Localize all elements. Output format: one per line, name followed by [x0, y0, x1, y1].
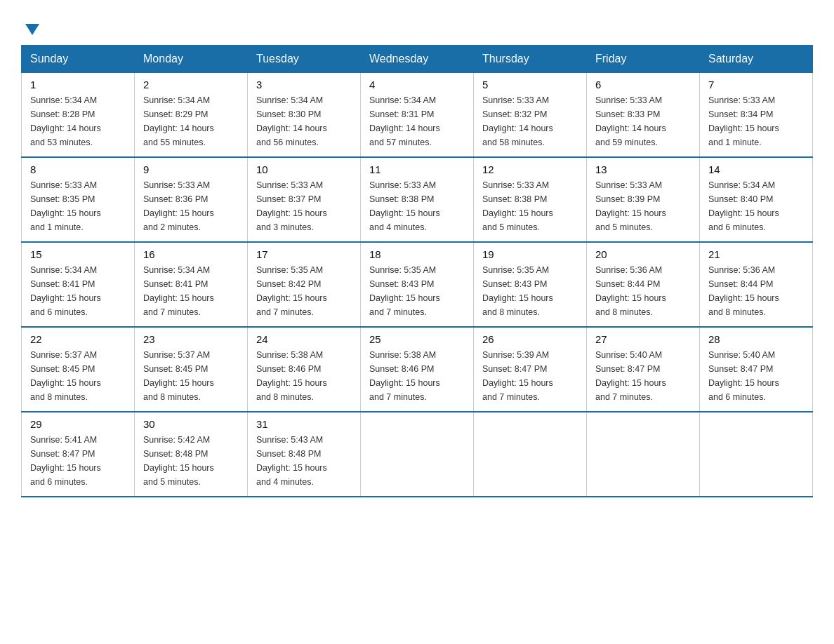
calendar-day-cell: 26Sunrise: 5:39 AMSunset: 8:47 PMDayligh…	[474, 327, 587, 412]
calendar-day-cell: 20Sunrise: 5:36 AMSunset: 8:44 PMDayligh…	[587, 242, 700, 327]
day-number: 1	[30, 79, 126, 90]
day-number: 6	[595, 79, 691, 90]
calendar-day-cell: 9Sunrise: 5:33 AMSunset: 8:36 PMDaylight…	[135, 157, 248, 242]
day-info: Sunrise: 5:43 AMSunset: 8:48 PMDaylight:…	[256, 433, 352, 489]
calendar-day-cell	[587, 412, 700, 497]
weekday-header-wednesday: Wednesday	[361, 46, 474, 73]
calendar-day-cell: 14Sunrise: 5:34 AMSunset: 8:40 PMDayligh…	[700, 157, 813, 242]
calendar-week-row: 8Sunrise: 5:33 AMSunset: 8:35 PMDaylight…	[22, 157, 813, 242]
calendar-day-cell	[700, 412, 813, 497]
calendar-day-cell: 8Sunrise: 5:33 AMSunset: 8:35 PMDaylight…	[22, 157, 135, 242]
calendar-day-cell: 23Sunrise: 5:37 AMSunset: 8:45 PMDayligh…	[135, 327, 248, 412]
day-info: Sunrise: 5:37 AMSunset: 8:45 PMDaylight:…	[30, 348, 126, 404]
calendar-day-cell: 19Sunrise: 5:35 AMSunset: 8:43 PMDayligh…	[474, 242, 587, 327]
weekday-header-sunday: Sunday	[22, 46, 135, 73]
calendar-day-cell: 1Sunrise: 5:34 AMSunset: 8:28 PMDaylight…	[22, 73, 135, 158]
day-info: Sunrise: 5:34 AMSunset: 8:41 PMDaylight:…	[30, 263, 126, 319]
calendar-day-cell: 10Sunrise: 5:33 AMSunset: 8:37 PMDayligh…	[248, 157, 361, 242]
day-info: Sunrise: 5:41 AMSunset: 8:47 PMDaylight:…	[30, 433, 126, 489]
day-number: 31	[256, 418, 352, 430]
weekday-header-thursday: Thursday	[474, 46, 587, 73]
calendar-header-row: SundayMondayTuesdayWednesdayThursdayFrid…	[22, 46, 813, 73]
day-info: Sunrise: 5:42 AMSunset: 8:48 PMDaylight:…	[143, 433, 239, 489]
weekday-header-monday: Monday	[135, 46, 248, 73]
logo-arrow-icon	[25, 24, 39, 35]
day-info: Sunrise: 5:40 AMSunset: 8:47 PMDaylight:…	[595, 348, 691, 404]
day-info: Sunrise: 5:34 AMSunset: 8:30 PMDaylight:…	[256, 93, 352, 149]
day-info: Sunrise: 5:36 AMSunset: 8:44 PMDaylight:…	[708, 263, 804, 319]
day-info: Sunrise: 5:33 AMSunset: 8:33 PMDaylight:…	[595, 93, 691, 149]
day-info: Sunrise: 5:34 AMSunset: 8:28 PMDaylight:…	[30, 93, 126, 149]
calendar-day-cell: 24Sunrise: 5:38 AMSunset: 8:46 PMDayligh…	[248, 327, 361, 412]
day-number: 8	[30, 163, 126, 175]
calendar-day-cell: 31Sunrise: 5:43 AMSunset: 8:48 PMDayligh…	[248, 412, 361, 497]
day-number: 29	[30, 418, 126, 430]
day-number: 21	[708, 248, 804, 260]
calendar-day-cell: 13Sunrise: 5:33 AMSunset: 8:39 PMDayligh…	[587, 157, 700, 242]
day-info: Sunrise: 5:37 AMSunset: 8:45 PMDaylight:…	[143, 348, 239, 404]
day-number: 28	[708, 333, 804, 345]
day-number: 5	[482, 79, 578, 90]
day-number: 22	[30, 333, 126, 345]
day-info: Sunrise: 5:33 AMSunset: 8:32 PMDaylight:…	[482, 93, 578, 149]
calendar-day-cell: 28Sunrise: 5:40 AMSunset: 8:47 PMDayligh…	[700, 327, 813, 412]
calendar-day-cell: 6Sunrise: 5:33 AMSunset: 8:33 PMDaylight…	[587, 73, 700, 158]
calendar-day-cell: 5Sunrise: 5:33 AMSunset: 8:32 PMDaylight…	[474, 73, 587, 158]
calendar-week-row: 1Sunrise: 5:34 AMSunset: 8:28 PMDaylight…	[22, 73, 813, 158]
calendar-table: SundayMondayTuesdayWednesdayThursdayFrid…	[21, 45, 813, 497]
day-number: 11	[369, 163, 465, 175]
day-number: 19	[482, 248, 578, 260]
calendar-week-row: 29Sunrise: 5:41 AMSunset: 8:47 PMDayligh…	[22, 412, 813, 497]
day-info: Sunrise: 5:34 AMSunset: 8:41 PMDaylight:…	[143, 263, 239, 319]
calendar-day-cell: 22Sunrise: 5:37 AMSunset: 8:45 PMDayligh…	[22, 327, 135, 412]
calendar-day-cell: 15Sunrise: 5:34 AMSunset: 8:41 PMDayligh…	[22, 242, 135, 327]
day-info: Sunrise: 5:35 AMSunset: 8:43 PMDaylight:…	[369, 263, 465, 319]
day-info: Sunrise: 5:33 AMSunset: 8:38 PMDaylight:…	[482, 178, 578, 234]
calendar-day-cell: 25Sunrise: 5:38 AMSunset: 8:46 PMDayligh…	[361, 327, 474, 412]
day-info: Sunrise: 5:40 AMSunset: 8:47 PMDaylight:…	[708, 348, 804, 404]
day-number: 27	[595, 333, 691, 345]
weekday-header-saturday: Saturday	[700, 46, 813, 73]
day-number: 4	[369, 79, 465, 90]
calendar-day-cell	[474, 412, 587, 497]
logo-general-text	[21, 21, 39, 35]
calendar-day-cell: 18Sunrise: 5:35 AMSunset: 8:43 PMDayligh…	[361, 242, 474, 327]
calendar-day-cell: 7Sunrise: 5:33 AMSunset: 8:34 PMDaylight…	[700, 73, 813, 158]
day-info: Sunrise: 5:33 AMSunset: 8:34 PMDaylight:…	[708, 93, 804, 149]
day-number: 2	[143, 79, 239, 90]
day-info: Sunrise: 5:33 AMSunset: 8:38 PMDaylight:…	[369, 178, 465, 234]
calendar-day-cell: 21Sunrise: 5:36 AMSunset: 8:44 PMDayligh…	[700, 242, 813, 327]
calendar-day-cell: 4Sunrise: 5:34 AMSunset: 8:31 PMDaylight…	[361, 73, 474, 158]
day-number: 10	[256, 163, 352, 175]
day-info: Sunrise: 5:38 AMSunset: 8:46 PMDaylight:…	[369, 348, 465, 404]
day-number: 20	[595, 248, 691, 260]
day-number: 23	[143, 333, 239, 345]
day-number: 26	[482, 333, 578, 345]
calendar-day-cell: 12Sunrise: 5:33 AMSunset: 8:38 PMDayligh…	[474, 157, 587, 242]
calendar-week-row: 22Sunrise: 5:37 AMSunset: 8:45 PMDayligh…	[22, 327, 813, 412]
day-number: 3	[256, 79, 352, 90]
calendar-day-cell: 2Sunrise: 5:34 AMSunset: 8:29 PMDaylight…	[135, 73, 248, 158]
logo	[21, 21, 39, 35]
day-info: Sunrise: 5:36 AMSunset: 8:44 PMDaylight:…	[595, 263, 691, 319]
calendar-day-cell: 27Sunrise: 5:40 AMSunset: 8:47 PMDayligh…	[587, 327, 700, 412]
weekday-header-friday: Friday	[587, 46, 700, 73]
day-info: Sunrise: 5:34 AMSunset: 8:40 PMDaylight:…	[708, 178, 804, 234]
day-number: 15	[30, 248, 126, 260]
day-number: 24	[256, 333, 352, 345]
day-info: Sunrise: 5:34 AMSunset: 8:31 PMDaylight:…	[369, 93, 465, 149]
day-info: Sunrise: 5:35 AMSunset: 8:43 PMDaylight:…	[482, 263, 578, 319]
day-number: 9	[143, 163, 239, 175]
day-info: Sunrise: 5:33 AMSunset: 8:36 PMDaylight:…	[143, 178, 239, 234]
weekday-header-tuesday: Tuesday	[248, 46, 361, 73]
day-info: Sunrise: 5:33 AMSunset: 8:35 PMDaylight:…	[30, 178, 126, 234]
day-info: Sunrise: 5:33 AMSunset: 8:37 PMDaylight:…	[256, 178, 352, 234]
calendar-day-cell	[361, 412, 474, 497]
day-number: 18	[369, 248, 465, 260]
day-info: Sunrise: 5:33 AMSunset: 8:39 PMDaylight:…	[595, 178, 691, 234]
calendar-day-cell: 17Sunrise: 5:35 AMSunset: 8:42 PMDayligh…	[248, 242, 361, 327]
day-info: Sunrise: 5:35 AMSunset: 8:42 PMDaylight:…	[256, 263, 352, 319]
day-number: 13	[595, 163, 691, 175]
calendar-day-cell: 16Sunrise: 5:34 AMSunset: 8:41 PMDayligh…	[135, 242, 248, 327]
day-number: 16	[143, 248, 239, 260]
